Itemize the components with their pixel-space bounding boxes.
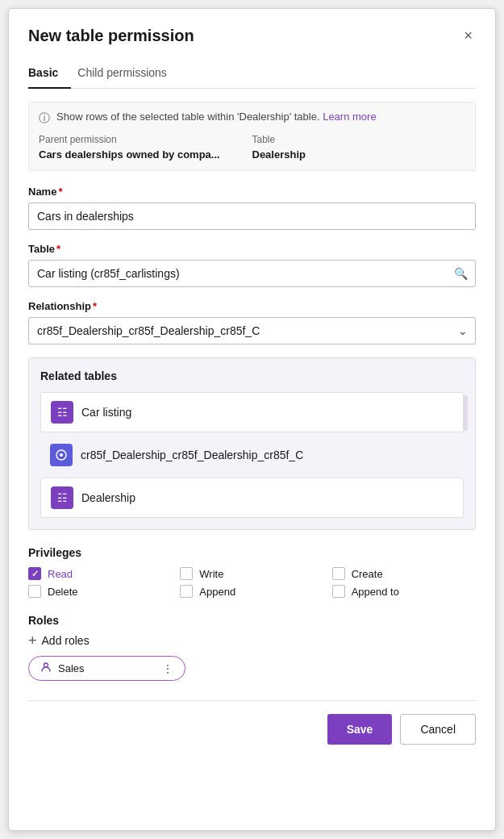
privileges-section: Privileges Read Write Create Delete [28, 546, 476, 598]
dealership-label: Dealership [81, 491, 135, 504]
append-label: Append [199, 586, 235, 598]
tabs: Basic Child permissions [28, 59, 476, 89]
info-message: Show rows of the selected table within '… [56, 111, 377, 123]
car-listing-card-wrapper: ☷ Car listing [40, 392, 464, 432]
table-input-wrapper: 🔍 [28, 260, 476, 287]
name-input[interactable] [28, 202, 476, 230]
write-label: Write [199, 568, 223, 580]
relationship-select[interactable]: cr85f_Dealership_cr85f_Dealership_cr85f_… [28, 317, 476, 344]
close-button[interactable]: × [460, 25, 476, 46]
write-checkbox[interactable] [180, 567, 193, 580]
ellipsis-icon[interactable]: ⋮ [162, 662, 173, 675]
append-to-label: Append to [352, 586, 399, 598]
privileges-title: Privileges [28, 546, 476, 559]
table-field-group: Table* 🔍 [28, 243, 476, 287]
name-label: Name* [28, 186, 476, 198]
relationship-link-row: cr85f_Dealership_cr85f_Dealership_cr85f_… [40, 437, 464, 473]
svg-point-1 [60, 453, 63, 457]
relationship-link-label: cr85f_Dealership_cr85f_Dealership_cr85f_… [81, 449, 303, 461]
dialog-title: New table permission [28, 27, 194, 45]
append-to-checkbox[interactable] [332, 585, 345, 598]
privilege-create: Create [332, 567, 476, 580]
role-tag-inner: Sales [40, 662, 85, 675]
table-label: Table* [28, 243, 476, 255]
plus-icon: + [28, 633, 37, 648]
delete-checkbox[interactable] [28, 585, 41, 598]
related-tables-section: Related tables ☷ Car listing cr85f_Deale… [28, 357, 476, 530]
name-field-group: Name* [28, 186, 476, 230]
relationship-select-wrapper: cr85f_Dealership_cr85f_Dealership_cr85f_… [28, 317, 476, 344]
related-tables-title: Related tables [40, 369, 464, 382]
role-name-sales: Sales [58, 662, 85, 674]
cancel-button[interactable]: Cancel [400, 714, 476, 745]
table-input[interactable] [28, 260, 476, 287]
search-icon: 🔍 [454, 267, 468, 280]
link-icon [50, 444, 73, 466]
dialog-footer: Save Cancel [28, 700, 476, 745]
read-label: Read [48, 568, 73, 580]
privilege-append-to: Append to [332, 585, 476, 598]
table-icon-dealership: ☷ [51, 486, 73, 509]
privilege-read: Read [28, 567, 172, 580]
privilege-append: Append [180, 585, 323, 598]
table-value: Dealership [252, 148, 466, 161]
tab-basic[interactable]: Basic [28, 60, 71, 89]
parent-permission-header: Parent permission [39, 134, 252, 145]
append-checkbox[interactable] [180, 585, 193, 598]
parent-permission-value: Cars dealerships owned by compa... [39, 148, 252, 161]
relationship-label: Relationship* [28, 300, 476, 312]
relationship-field-group: Relationship* cr85f_Dealership_cr85f_Dea… [28, 300, 476, 344]
privileges-grid: Read Write Create Delete Append [28, 567, 476, 598]
roles-section: Roles + Add roles Sales ⋮ [28, 614, 476, 681]
info-icon: ⓘ [39, 111, 50, 126]
dialog-header: New table permission × [28, 25, 476, 46]
person-icon [40, 662, 52, 675]
create-label: Create [352, 568, 383, 580]
create-checkbox[interactable] [332, 567, 345, 580]
roles-title: Roles [28, 614, 476, 627]
save-button[interactable]: Save [327, 714, 393, 745]
related-table-dealership[interactable]: ☷ Dealership [40, 478, 464, 518]
svg-point-2 [44, 663, 48, 667]
delete-label: Delete [48, 586, 78, 598]
related-table-car-listing[interactable]: ☷ Car listing [40, 392, 464, 432]
car-listing-label: Car listing [81, 406, 131, 419]
info-box: ⓘ Show rows of the selected table within… [28, 102, 476, 171]
role-tag-sales: Sales ⋮ [28, 656, 185, 681]
info-table: Parent permission Table Cars dealerships… [39, 132, 465, 162]
table-icon: ☷ [51, 401, 73, 424]
dialog: New table permission × Basic Child permi… [8, 8, 496, 831]
tab-child-permissions[interactable]: Child permissions [77, 60, 179, 89]
learn-more-link[interactable]: Learn more [323, 111, 376, 123]
privilege-delete: Delete [28, 585, 172, 598]
table-header: Table [252, 134, 466, 145]
read-checkbox[interactable] [28, 567, 41, 580]
add-roles-button[interactable]: + Add roles [28, 633, 90, 648]
privilege-write: Write [180, 567, 323, 580]
